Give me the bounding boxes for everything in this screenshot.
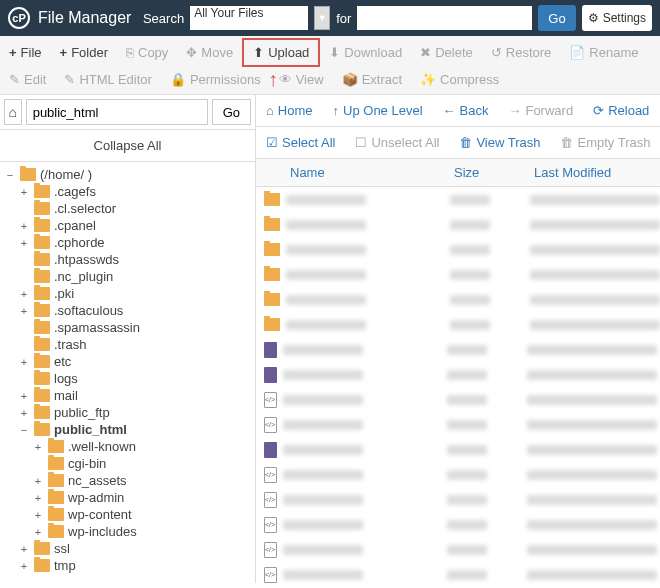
table-row[interactable] — [256, 287, 660, 312]
tree-node[interactable]: +ssl — [0, 540, 255, 557]
table-row[interactable] — [256, 362, 660, 387]
tree-node[interactable]: logs — [0, 370, 255, 387]
tree-node[interactable]: .nc_plugin — [0, 268, 255, 285]
forward-button[interactable]: →Forward — [498, 95, 583, 126]
tree-node[interactable]: +.pki — [0, 285, 255, 302]
expand-icon[interactable]: + — [32, 492, 44, 504]
expand-icon[interactable]: + — [18, 543, 30, 555]
table-row[interactable] — [256, 262, 660, 287]
reload-button[interactable]: ⟳Reload — [583, 95, 659, 126]
move-button[interactable]: ✥Move — [177, 38, 242, 67]
tree-node[interactable]: +.cagefs — [0, 183, 255, 200]
expand-icon[interactable]: + — [32, 509, 44, 521]
tree-label: ssl — [54, 541, 70, 556]
path-input[interactable] — [26, 99, 208, 125]
tree-node[interactable]: +tmp — [0, 557, 255, 574]
extract-button[interactable]: 📦Extract — [333, 67, 411, 92]
expand-icon[interactable]: + — [18, 560, 30, 572]
expand-icon[interactable]: + — [18, 186, 30, 198]
view-trash-button[interactable]: 🗑View Trash — [449, 127, 550, 158]
expand-icon[interactable]: + — [18, 390, 30, 402]
folder-icon — [264, 218, 280, 231]
go-button[interactable]: Go — [538, 5, 575, 31]
expand-icon[interactable]: + — [18, 356, 30, 368]
html-editor-button[interactable]: ✎HTML Editor — [55, 67, 160, 92]
up-level-button[interactable]: ↑Up One Level — [323, 95, 433, 126]
table-row[interactable] — [256, 537, 660, 562]
tree-node[interactable]: cgi-bin — [0, 455, 255, 472]
tree-node[interactable]: +.softaculous — [0, 302, 255, 319]
tree-node[interactable]: +wp-includes — [0, 523, 255, 540]
view-button[interactable]: 👁View — [270, 67, 333, 92]
tree-label: .nc_plugin — [54, 269, 113, 284]
table-row[interactable] — [256, 187, 660, 212]
tree-node[interactable]: .cl.selector — [0, 200, 255, 217]
restore-button[interactable]: ↺Restore — [482, 38, 561, 67]
tree-node[interactable]: +etc — [0, 353, 255, 370]
expand-icon[interactable]: + — [18, 288, 30, 300]
expand-icon[interactable]: − — [4, 169, 16, 181]
search-input[interactable] — [357, 6, 532, 30]
back-button[interactable]: ←Back — [433, 95, 499, 126]
upload-button[interactable]: ⬆Upload — [242, 38, 320, 67]
col-modified[interactable]: Last Modified — [534, 165, 660, 180]
tree-node[interactable]: −public_html — [0, 421, 255, 438]
expand-icon[interactable]: + — [32, 441, 44, 453]
tree-node[interactable]: +public_ftp — [0, 404, 255, 421]
tree-node[interactable]: −(/home/ ) — [0, 166, 255, 183]
file-button[interactable]: +File — [0, 38, 51, 67]
expand-icon[interactable]: − — [18, 424, 30, 436]
table-row[interactable] — [256, 487, 660, 512]
path-go-button[interactable]: Go — [212, 99, 251, 125]
table-row[interactable] — [256, 412, 660, 437]
folder-button[interactable]: +Folder — [51, 38, 117, 67]
tree-node[interactable]: +nc_assets — [0, 472, 255, 489]
tree-node[interactable]: .spamassassin — [0, 319, 255, 336]
tree-node[interactable]: .trash — [0, 336, 255, 353]
tree-node[interactable]: +.well-known — [0, 438, 255, 455]
home-icon[interactable]: ⌂ — [4, 99, 22, 125]
unselect-all-button[interactable]: ☐Unselect All — [345, 127, 449, 158]
restore-icon: ↺ — [491, 45, 502, 60]
table-row[interactable] — [256, 212, 660, 237]
collapse-all-button[interactable]: Collapse All — [0, 130, 255, 162]
table-row[interactable] — [256, 437, 660, 462]
tree-label: .cl.selector — [54, 201, 116, 216]
tree-node[interactable]: .htpasswds — [0, 251, 255, 268]
permissions-button[interactable]: 🔒Permissions — [161, 67, 270, 92]
expand-icon[interactable]: + — [32, 526, 44, 538]
delete-button[interactable]: ✖Delete — [411, 38, 482, 67]
table-row[interactable] — [256, 512, 660, 537]
expand-icon[interactable]: + — [18, 407, 30, 419]
expand-icon[interactable]: + — [18, 220, 30, 232]
chevron-down-icon[interactable]: ▼ — [314, 6, 330, 30]
table-row[interactable] — [256, 312, 660, 337]
table-row[interactable] — [256, 562, 660, 583]
table-row[interactable] — [256, 337, 660, 362]
download-button[interactable]: ⬇Download — [320, 38, 411, 67]
col-size[interactable]: Size — [454, 165, 534, 180]
table-row[interactable] — [256, 387, 660, 412]
folder-icon — [264, 293, 280, 306]
expand-icon[interactable]: + — [32, 475, 44, 487]
tree-node[interactable]: +wp-admin — [0, 489, 255, 506]
expand-icon[interactable]: + — [18, 305, 30, 317]
copy-button[interactable]: ⎘Copy — [117, 38, 177, 67]
table-row[interactable] — [256, 462, 660, 487]
select-all-button[interactable]: ☑Select All — [256, 127, 345, 158]
tree-node[interactable]: +.cphorde — [0, 234, 255, 251]
tree-node[interactable]: +wp-content — [0, 506, 255, 523]
tree-node[interactable]: +.cpanel — [0, 217, 255, 234]
expand-icon[interactable]: + — [18, 237, 30, 249]
edit-button[interactable]: ✎Edit — [0, 67, 55, 92]
table-row[interactable] — [256, 237, 660, 262]
settings-button[interactable]: ⚙Settings — [582, 5, 652, 31]
search-scope-select[interactable]: All Your Files — [190, 6, 308, 30]
compress-button[interactable]: ✨Compress — [411, 67, 508, 92]
tree-node[interactable]: +mail — [0, 387, 255, 404]
home-button[interactable]: ⌂Home — [256, 95, 323, 126]
col-name[interactable]: Name — [264, 165, 454, 180]
rename-button[interactable]: 📄Rename — [560, 38, 647, 67]
empty-trash-button[interactable]: 🗑Empty Trash — [550, 127, 660, 158]
doc-icon — [264, 342, 277, 358]
